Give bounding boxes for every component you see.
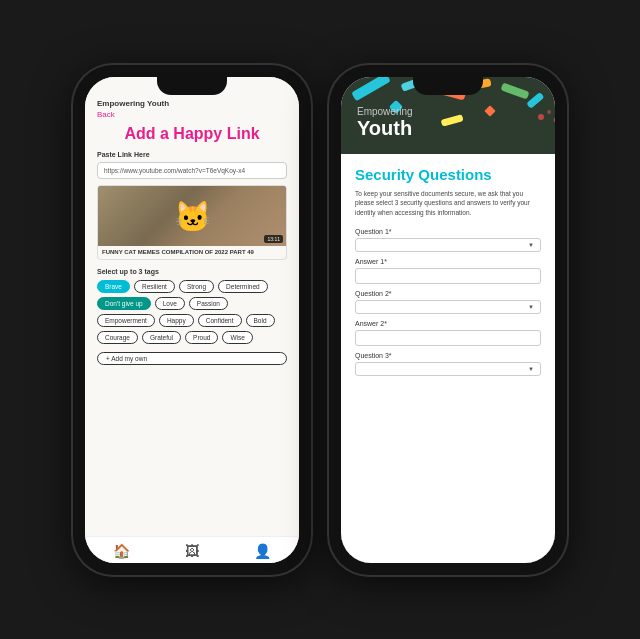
phone-2-screen: Empowering Youth Security Questions To k… (341, 77, 555, 563)
phone2-form: Security Questions To keep your sensitiv… (341, 154, 555, 563)
phone-1-screen: Empowering Youth Back Add a Happy Link P… (85, 77, 299, 563)
tag-proud[interactable]: Proud (185, 331, 218, 344)
brand-text: Empowering (97, 99, 147, 108)
question-label-1: Question 1* (355, 228, 541, 235)
tag-courage[interactable]: Courage (97, 331, 138, 344)
back-link[interactable]: Back (97, 110, 287, 119)
question-select-3[interactable]: ▼ (355, 300, 541, 314)
tag-happy[interactable]: Happy (159, 314, 194, 327)
tag-grateful[interactable]: Grateful (142, 331, 181, 344)
phone-2: Empowering Youth Security Questions To k… (329, 65, 567, 575)
question-label-3: Question 2* (355, 290, 541, 297)
tag-love[interactable]: Love (155, 297, 185, 310)
phone-1: Empowering Youth Back Add a Happy Link P… (73, 65, 311, 575)
question-label-2: Answer 1* (355, 258, 541, 265)
add-own-button[interactable]: + Add my own (97, 352, 287, 365)
tags-label: Select up to 3 tags (97, 268, 287, 275)
video-thumbnail: 13:11 (98, 186, 286, 246)
page-title: Add a Happy Link (97, 125, 287, 143)
brand-line: Empowering Youth (97, 99, 287, 108)
phone-2-content: Empowering Youth Security Questions To k… (341, 77, 555, 563)
phone-1-content: Empowering Youth Back Add a Happy Link P… (85, 77, 299, 536)
brand-th: th (393, 117, 412, 139)
notch-2 (413, 77, 483, 95)
tag-brave[interactable]: Brave (97, 280, 130, 293)
cat-image (98, 186, 286, 246)
question-select-5[interactable]: ▼ (355, 362, 541, 376)
question-label-4: Answer 2* (355, 320, 541, 327)
paste-label: Paste Link Here (97, 151, 287, 158)
brand-youth: Youth (357, 118, 539, 138)
tag-determined[interactable]: Determined (218, 280, 268, 293)
gallery-icon[interactable]: 🖼 (185, 543, 199, 559)
tag-strong[interactable]: Strong (179, 280, 214, 293)
bottom-nav: 🏠 🖼 👤 (85, 536, 299, 563)
brand-bold: Youth (147, 99, 169, 108)
question-select-1[interactable]: ▼ (355, 238, 541, 252)
questions-container: Question 1*▼Answer 1*Question 2*▼Answer … (355, 228, 541, 376)
home-icon[interactable]: 🏠 (113, 543, 130, 559)
tag-don't-give-up[interactable]: Don't give up (97, 297, 151, 310)
url-input[interactable]: https://www.youtube.com/watch?v=T6eVqKoy… (97, 162, 287, 179)
video-preview: 13:11 FUNNY CAT MEMES COMPILATION OF 202… (97, 185, 287, 261)
tag-wise[interactable]: Wise (222, 331, 252, 344)
answer-input-2[interactable] (355, 268, 541, 284)
tag-confident[interactable]: Confident (198, 314, 242, 327)
scene: Empowering Youth Back Add a Happy Link P… (0, 45, 640, 595)
video-caption: FUNNY CAT MEMES COMPILATION OF 2022 PART… (98, 246, 286, 260)
profile-icon[interactable]: 👤 (254, 543, 271, 559)
brand-you: You (357, 117, 393, 139)
notch-1 (157, 77, 227, 95)
video-duration: 13:11 (264, 235, 283, 243)
question-label-5: Question 3* (355, 352, 541, 359)
tag-resilient[interactable]: Resilient (134, 280, 175, 293)
answer-input-4[interactable] (355, 330, 541, 346)
tag-passion[interactable]: Passion (189, 297, 228, 310)
tag-empowerment[interactable]: Empowerment (97, 314, 155, 327)
tag-bold[interactable]: Bold (246, 314, 275, 327)
tags-grid: BraveResilientStrongDeterminedDon't give… (97, 280, 287, 344)
